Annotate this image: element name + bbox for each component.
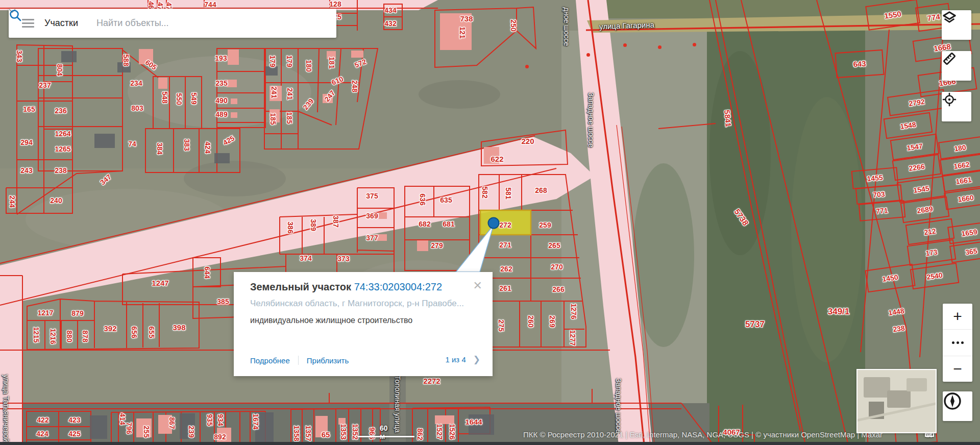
parcel-label-1277[interactable]: 1277 (569, 330, 577, 345)
parcel-label-241[interactable]: 241 (270, 86, 278, 98)
parcel-label-966[interactable]: 966 (368, 427, 376, 439)
parcel-label-1357[interactable]: 1357 (304, 425, 312, 441)
parcel-label-385[interactable]: 385 (217, 298, 229, 306)
zoom-out-button[interactable]: − (943, 356, 972, 382)
measure-button[interactable] (942, 51, 971, 81)
parcel-label-424[interactable]: 424 (204, 141, 212, 153)
parcel-label-548[interactable]: 548 (161, 91, 169, 103)
parcel-label-424[interactable]: 424 (36, 430, 48, 438)
parcel-label-489[interactable]: 489 (215, 110, 227, 118)
parcel-label-268[interactable]: 268 (535, 186, 547, 194)
parcel-label-1527[interactable]: 1527 (435, 424, 444, 439)
parcel-label-738[interactable]: 738 (460, 14, 473, 23)
parcel-label-265[interactable]: 265 (548, 241, 560, 250)
parcel-label-878[interactable]: 878 (81, 330, 89, 342)
parcel-label-179[interactable]: 179 (285, 55, 293, 67)
parcel-label-434[interactable]: 434 (384, 6, 396, 14)
parcel-label-1216[interactable]: 1216 (49, 328, 57, 344)
parcel-label-1215[interactable]: 1215 (32, 327, 40, 342)
parcel-label-1265[interactable]: 1265 (55, 145, 70, 153)
parcel-label-1276[interactable]: 1276 (570, 303, 578, 319)
parcel-label-862[interactable]: 862 (416, 428, 424, 440)
parcel-label-635[interactable]: 635 (440, 196, 452, 204)
parcel-label-275[interactable]: 275 (497, 319, 505, 331)
parcel-label-682[interactable]: 682 (419, 220, 430, 228)
parcel-label-879[interactable]: 879 (71, 309, 83, 317)
parcel-label-1264[interactable]: 1264 (55, 130, 70, 138)
parcel-label-582[interactable]: 582 (481, 186, 489, 198)
parcel-label-935[interactable]: 935 (206, 414, 214, 426)
parcel-label-241[interactable]: 241 (286, 88, 294, 100)
parcel-label-238[interactable]: 238 (892, 324, 905, 333)
parcel-label-636[interactable]: 636 (419, 193, 427, 205)
parcel-label-248[interactable]: 248 (351, 80, 359, 92)
parcel-label-234[interactable]: 234 (130, 79, 142, 87)
next-parcel-icon[interactable]: ❯ (473, 354, 480, 365)
parcel-label-212[interactable]: 212 (923, 227, 936, 236)
parcel-label-243[interactable]: 243 (20, 166, 32, 175)
zoom-in-button[interactable]: + (943, 304, 972, 329)
parcel-label-272[interactable]: 272 (499, 221, 511, 229)
parcel-label-193[interactable]: 193 (215, 54, 227, 62)
parcel-label-375[interactable]: 375 (366, 192, 378, 200)
parcel-label-588[interactable]: 588 (122, 54, 130, 66)
parcel-label-934[interactable]: 934 (216, 414, 225, 426)
parcel-label-239[interactable]: 239 (187, 426, 195, 437)
parcel-label-423[interactable]: 423 (68, 416, 80, 424)
parcel-label-655[interactable]: 655 (148, 326, 156, 338)
parcel-label-237[interactable]: 237 (39, 81, 51, 89)
parcel-label-180[interactable]: 180 (305, 60, 313, 71)
parcel-label-266[interactable]: 266 (552, 285, 564, 293)
parcel-label-235[interactable]: 235 (215, 79, 227, 87)
parcel-label-771[interactable]: 771 (876, 206, 889, 215)
parcel-label-185[interactable]: 185 (269, 113, 277, 125)
parcel-label-703[interactable]: 703 (873, 190, 886, 199)
overview-minimap[interactable] (856, 369, 937, 433)
search-input[interactable] (95, 17, 327, 29)
compass-button[interactable] (943, 391, 972, 421)
parcel-label-240[interactable]: 240 (50, 196, 62, 205)
parcel-label-1247[interactable]: 1247 (152, 279, 168, 287)
parcel-label-262[interactable]: 262 (500, 265, 512, 273)
parcel-label-1217[interactable]: 1217 (37, 309, 53, 317)
parcel-label-892[interactable]: 892 (214, 433, 226, 441)
parcel-label-581[interactable]: 581 (504, 187, 512, 199)
parcel-label-179[interactable]: 179 (268, 55, 277, 67)
parcel-label-796[interactable]: 796 (125, 422, 133, 434)
parcel-label-244[interactable]: 244 (8, 195, 16, 207)
parcel-label-270[interactable]: 270 (551, 263, 562, 271)
parcel-label-387[interactable]: 387 (332, 215, 340, 227)
parcel-label-774[interactable]: 774 (926, 12, 940, 22)
parcel-label-261[interactable]: 261 (499, 284, 511, 292)
parcel-label-398[interactable]: 398 (173, 323, 185, 332)
parcel-label-343[interactable]: 343 (15, 50, 23, 62)
parcel-label-269[interactable]: 269 (548, 315, 556, 327)
parcel-label-389[interactable]: 389 (309, 219, 317, 231)
parcel-label-392[interactable]: 392 (104, 324, 116, 333)
parcel-label-1358[interactable]: 1358 (292, 425, 301, 441)
parcel-label-880[interactable]: 880 (65, 330, 74, 342)
cadastral-number-link[interactable]: 74:33:0203004:272 (354, 281, 442, 292)
parcel-label-220[interactable]: 220 (521, 137, 534, 145)
details-link[interactable]: Подробнее (250, 356, 290, 365)
parcel-label-422[interactable]: 422 (37, 416, 48, 424)
parcel-label-2272[interactable]: 2272 (423, 377, 440, 385)
parcel-label-804[interactable]: 804 (56, 64, 64, 76)
parcel-label-1644[interactable]: 1644 (465, 417, 482, 426)
parcel-label-373[interactable]: 373 (337, 255, 349, 263)
parcel-label-173[interactable]: 173 (925, 248, 938, 257)
parcel-label-744[interactable]: 744 (204, 1, 216, 9)
menu-icon[interactable] (22, 17, 34, 30)
parcel-label-377[interactable]: 377 (366, 234, 378, 242)
more-tools-button[interactable] (943, 329, 972, 355)
layers-button[interactable] (942, 10, 971, 40)
parcel-label-250[interactable]: 250 (509, 19, 518, 31)
locate-button[interactable] (942, 92, 971, 121)
parcel-label-5841[interactable]: 5841 (723, 110, 733, 128)
parcel-label-65[interactable]: 65 (322, 430, 330, 439)
parcel-label-425[interactable]: 425 (68, 430, 80, 438)
parcel-label-1353[interactable]: 1353 (339, 424, 348, 439)
parcel-label-644[interactable]: 644 (203, 266, 211, 278)
parcel-label-1455[interactable]: 1455 (867, 174, 883, 183)
parcel-label-1526[interactable]: 1526 (448, 424, 456, 439)
